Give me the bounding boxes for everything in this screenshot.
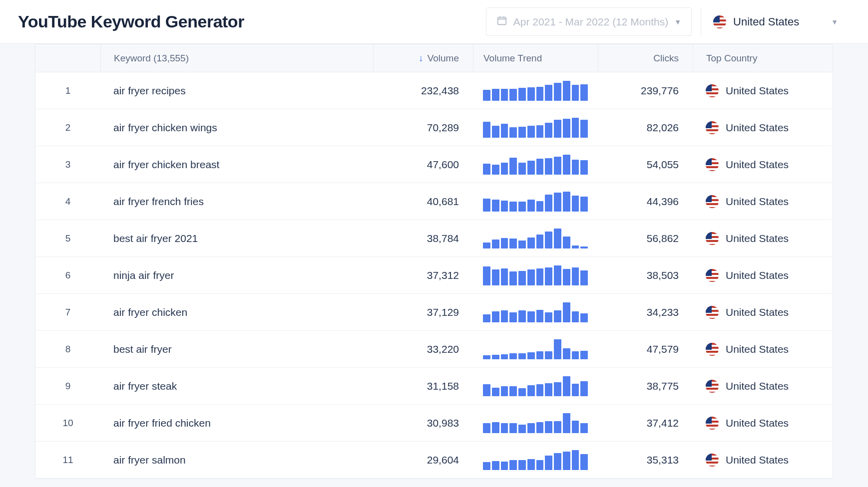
table-row[interactable]: 10air fryer fried chicken30,98337,412Uni… (35, 405, 833, 442)
table-header: Keyword (13,555) ↓ Volume Volume Trend C… (35, 44, 833, 72)
col-header-trend[interactable]: Volume Trend (473, 44, 598, 72)
us-flag-icon (706, 232, 719, 245)
date-range-label: Apr 2021 - Mar 2022 (12 Months) (513, 16, 669, 28)
cell-volume: 29,604 (373, 454, 473, 466)
cell-volume: 40,681 (373, 196, 473, 208)
cell-trend (473, 81, 598, 101)
cell-keyword[interactable]: best air fryer 2021 (100, 233, 373, 244)
cell-clicks: 82,026 (598, 122, 693, 134)
country-picker[interactable]: United States ▼ (701, 8, 850, 35)
cell-keyword[interactable]: air fryer french fries (100, 196, 373, 208)
cell-country-label: United States (726, 306, 789, 318)
cell-rank: 9 (35, 381, 100, 392)
col-header-keyword[interactable]: Keyword (13,555) (100, 44, 373, 72)
cell-volume: 47,600 (373, 159, 473, 171)
cell-country: United States (693, 343, 833, 356)
cell-country: United States (693, 417, 833, 430)
calendar-icon (496, 15, 507, 28)
trend-sparkline (483, 118, 588, 138)
cell-country: United States (693, 232, 833, 245)
cell-clicks: 38,775 (598, 380, 693, 392)
cell-rank: 7 (35, 307, 100, 318)
cell-trend (473, 155, 598, 175)
table-row[interactable]: 9air fryer steak31,15838,775United State… (35, 368, 833, 405)
chevron-down-icon: ▼ (674, 18, 681, 26)
trend-sparkline (483, 81, 588, 101)
cell-clicks: 56,862 (598, 233, 693, 244)
table-row[interactable]: 4air fryer french fries40,68144,396Unite… (35, 183, 833, 220)
col-header-country-label: Top Country (706, 53, 757, 64)
us-flag-icon (706, 380, 719, 393)
cell-keyword[interactable]: air fryer steak (100, 380, 373, 392)
cell-keyword[interactable]: ninja air fryer (100, 269, 373, 281)
date-range-picker[interactable]: Apr 2021 - Mar 2022 (12 Months) ▼ (486, 7, 692, 36)
trend-sparkline (483, 229, 588, 248)
table-row[interactable]: 5best air fryer 202138,78456,862United S… (35, 220, 833, 257)
table-row[interactable]: 3air fryer chicken breast47,60054,055Uni… (35, 146, 833, 183)
sort-desc-icon: ↓ (419, 53, 424, 64)
cell-trend (473, 302, 598, 322)
cell-keyword[interactable]: air fryer chicken (100, 306, 373, 318)
cell-keyword[interactable]: air fryer salmon (100, 454, 373, 466)
cell-rank: 3 (35, 159, 100, 170)
table-row[interactable]: 6ninja air fryer37,31238,503United State… (35, 257, 833, 294)
cell-country-label: United States (726, 233, 789, 244)
us-flag-icon (706, 195, 719, 208)
us-flag-icon (713, 15, 726, 28)
table-row[interactable]: 7air fryer chicken37,12934,233United Sta… (35, 294, 833, 331)
table-row[interactable]: 8best air fryer33,22047,579United States (35, 331, 833, 368)
col-header-clicks[interactable]: Clicks (598, 44, 693, 72)
cell-keyword[interactable]: air fryer recipes (100, 85, 373, 97)
cell-rank: 11 (35, 455, 100, 466)
cell-clicks: 54,055 (598, 159, 693, 171)
us-flag-icon (706, 84, 719, 97)
cell-trend (473, 339, 598, 359)
cell-rank: 8 (35, 344, 100, 355)
cell-trend (473, 118, 598, 138)
keyword-table: Keyword (13,555) ↓ Volume Volume Trend C… (35, 44, 833, 479)
country-label: United States (733, 15, 799, 28)
cell-rank: 4 (35, 196, 100, 207)
cell-keyword[interactable]: air fryer chicken breast (100, 159, 373, 171)
cell-volume: 31,158 (373, 380, 473, 392)
col-header-keyword-count: (13,555) (153, 53, 189, 64)
cell-rank: 5 (35, 233, 100, 244)
cell-country-label: United States (726, 159, 789, 171)
trend-sparkline (483, 265, 588, 285)
trend-sparkline (483, 192, 588, 212)
cell-clicks: 44,396 (598, 196, 693, 208)
col-header-volume[interactable]: ↓ Volume (373, 44, 473, 72)
cell-clicks: 34,233 (598, 306, 693, 318)
col-header-trend-label: Volume Trend (483, 53, 542, 64)
chevron-down-icon: ▼ (831, 18, 838, 26)
cell-trend (473, 376, 598, 396)
table-row[interactable]: 11air fryer salmon29,60435,313United Sta… (35, 442, 833, 479)
cell-country-label: United States (726, 122, 789, 134)
table-row[interactable]: 1air fryer recipes232,438239,776United S… (35, 72, 833, 109)
cell-clicks: 38,503 (598, 269, 693, 281)
cell-country-label: United States (726, 343, 789, 355)
trend-sparkline (483, 450, 588, 470)
us-flag-icon (706, 158, 719, 171)
cell-keyword[interactable]: air fryer fried chicken (100, 417, 373, 429)
trend-sparkline (483, 339, 588, 359)
us-flag-icon (706, 121, 719, 134)
cell-country: United States (693, 84, 833, 97)
col-header-country[interactable]: Top Country (693, 44, 833, 72)
cell-trend (473, 265, 598, 285)
us-flag-icon (706, 306, 719, 319)
col-header-clicks-label: Clicks (653, 53, 679, 64)
us-flag-icon (706, 454, 719, 467)
trend-sparkline (483, 155, 588, 175)
cell-keyword[interactable]: best air fryer (100, 343, 373, 355)
cell-country: United States (693, 195, 833, 208)
cell-country: United States (693, 121, 833, 134)
trend-sparkline (483, 302, 588, 322)
table-row[interactable]: 2air fryer chicken wings70,28982,026Unit… (35, 109, 833, 146)
cell-volume: 38,784 (373, 233, 473, 244)
cell-trend (473, 192, 598, 212)
cell-clicks: 47,579 (598, 343, 693, 355)
cell-volume: 232,438 (373, 85, 473, 97)
top-header: YouTube Keyword Generator Apr 2021 - Mar… (0, 0, 868, 44)
cell-keyword[interactable]: air fryer chicken wings (100, 122, 373, 134)
